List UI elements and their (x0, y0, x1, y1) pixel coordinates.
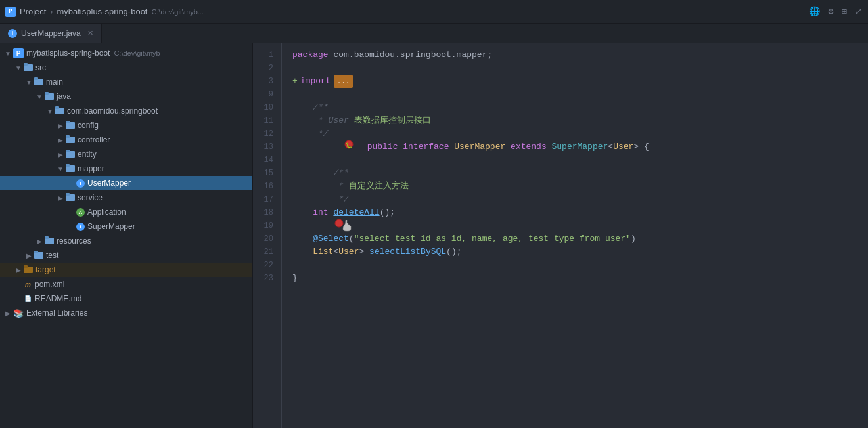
sidebar-item-target[interactable]: target (0, 263, 252, 277)
sidebar-item-com[interactable]: com.baomidou.springboot (0, 104, 252, 118)
cl-user: User (613, 140, 633, 154)
src-folder-icon (24, 63, 33, 73)
sidebar-item-test[interactable]: test (0, 248, 252, 263)
com-folder-icon (55, 106, 64, 116)
svg-rect-5 (45, 92, 49, 95)
kw-extends: extends (511, 140, 551, 154)
arrow-service (55, 194, 66, 202)
arrow-test (24, 252, 34, 259)
supermapper-info-icon: i (76, 223, 85, 231)
cm-open1: /** (292, 101, 329, 114)
code-line-1: package com.baomidou.springboot.mapper; (292, 49, 868, 62)
svg-rect-9 (66, 121, 70, 123)
project-path: C:\dev\git\myb... (151, 8, 203, 16)
str-sql: "select test_id as id, name, age, test_t… (354, 232, 631, 246)
code-line-9 (292, 88, 868, 101)
sidebar-item-extlib[interactable]: 📚 External Libraries (0, 306, 252, 320)
code-line-21: List<User> selectListBySQL(); (292, 246, 868, 259)
title-bar-actions: 🌐 ⚙ ⊞ ⤢ (809, 6, 863, 17)
layout-icon[interactable]: ⊞ (842, 6, 847, 17)
code-indent-21 (292, 246, 313, 259)
sidebar-item-readme[interactable]: 📄 README.md (0, 291, 252, 306)
ln-17: 17 (258, 193, 273, 206)
sidebar-item-pom[interactable]: m pom.xml (0, 277, 252, 291)
sidebar-item-entity[interactable]: entity (0, 147, 252, 161)
sidebar-item-com-label: com.baomidou.springboot (67, 106, 158, 116)
code-line-23: } (292, 272, 868, 285)
settings-icon[interactable]: ⚙ (828, 6, 833, 17)
project-icon: P (5, 7, 16, 17)
ln-3: 3 (258, 75, 273, 88)
code-editor[interactable]: 1 2 3 9 10 11 12 13 14 15 16 17 18 19 20… (253, 43, 868, 428)
controller-folder-icon (66, 135, 75, 145)
sidebar-item-config[interactable]: config (0, 118, 252, 133)
import-collapsed-button[interactable]: ... (334, 75, 354, 88)
ann-select: @Select (313, 232, 349, 246)
sidebar-item-main[interactable]: main (0, 75, 252, 89)
sidebar-item-java-label: java (57, 92, 71, 101)
sidebar-item-src[interactable]: src (0, 60, 252, 75)
external-icon[interactable]: ⤢ (855, 6, 863, 17)
sidebar-item-root[interactable]: P mybatisplus-spring-boot C:\dev\git\myb (0, 46, 252, 60)
title-bar: P Project › mybatisplus-spring-boot C:\d… (0, 0, 868, 24)
tab-usermapper[interactable]: i UserMapper.java ✕ (0, 24, 102, 43)
sidebar-item-usermapper-label: UserMapper (87, 179, 131, 188)
sidebar-item-test-label: test (46, 251, 58, 260)
code-line-20: @Select("select test_id as id, name, age… (292, 232, 868, 246)
entity-folder-icon (66, 150, 75, 160)
sidebar-item-controller[interactable]: controller (0, 133, 252, 147)
tab-label: UserMapper.java (21, 29, 81, 38)
cm-chinese2: 自定义注入方法 (349, 180, 409, 193)
kw-import: import (300, 75, 331, 88)
sidebar-item-mapper[interactable]: mapper (0, 161, 252, 176)
code-line-14 (292, 154, 868, 167)
svg-rect-17 (66, 193, 70, 196)
pom-m-icon: m (24, 280, 32, 289)
code-line-15: /** (292, 167, 868, 180)
op-paren-close: ) (631, 232, 636, 246)
sidebar-item-supermapper[interactable]: i SuperMapper (0, 219, 252, 234)
sidebar-item-service[interactable]: service (0, 190, 252, 205)
cm-chinese: 表数据库控制层接口 (354, 114, 431, 127)
ln-23: 23 (258, 272, 273, 285)
sidebar-item-usermapper[interactable]: i UserMapper (0, 176, 252, 190)
op-gt2: > (359, 246, 369, 259)
svg-rect-21 (34, 251, 38, 253)
separator: › (50, 7, 53, 16)
code-content: 1 2 3 9 10 11 12 13 14 15 16 17 18 19 20… (253, 43, 868, 428)
arrow-target (13, 267, 24, 274)
arrow-src (13, 64, 24, 72)
config-folder-icon (66, 121, 75, 131)
mapper-folder-icon (66, 164, 75, 174)
svg-rect-3 (34, 77, 38, 80)
project-name: mybatisplus-spring-boot (57, 7, 147, 16)
sidebar-item-resources[interactable]: resources (0, 234, 252, 248)
sidebar: P mybatisplus-spring-boot C:\dev\git\myb… (0, 43, 253, 428)
tab-close-button[interactable]: ✕ (87, 29, 93, 37)
globe-icon[interactable]: 🌐 (809, 6, 820, 17)
svg-rect-23 (24, 265, 28, 268)
svg-rect-7 (55, 106, 59, 109)
sidebar-item-extlib-label: External Libraries (26, 309, 87, 318)
sidebar-item-application[interactable]: A Application (0, 205, 252, 219)
sidebar-item-entity-label: entity (78, 150, 97, 159)
project-folder-icon: P (13, 48, 24, 58)
ln-21: 21 (258, 246, 273, 259)
ln-22: 22 (258, 259, 273, 272)
sidebar-item-java[interactable]: java (0, 89, 252, 104)
arrow-extlib (3, 310, 13, 317)
kw-package: package (292, 49, 333, 62)
code-line-3: + import ... (292, 75, 868, 88)
ln-13: 13 (258, 140, 273, 154)
plus-sign: + (292, 75, 298, 88)
svg-rect-15 (66, 164, 70, 167)
op-paren-open: ( (349, 232, 354, 246)
arrow-main (24, 79, 34, 86)
svg-rect-13 (66, 150, 70, 152)
application-green-icon: A (76, 208, 85, 217)
cm-close2: */ (292, 193, 349, 206)
arrow-java (34, 93, 45, 100)
op-lt: < (608, 140, 613, 154)
ln-19: 19 (258, 219, 273, 232)
title-bar-left: P Project › mybatisplus-spring-boot C:\d… (5, 7, 204, 17)
